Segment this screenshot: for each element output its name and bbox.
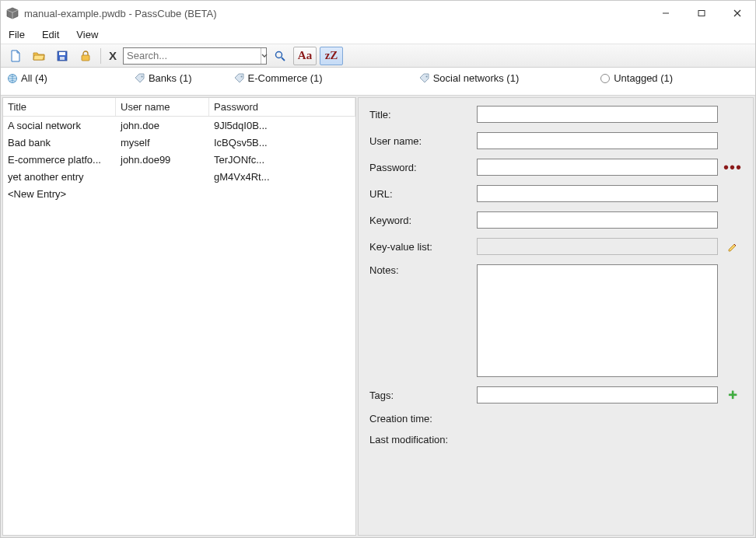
open-file-button[interactable] <box>29 47 49 65</box>
clear-search-button[interactable]: X <box>106 47 120 65</box>
cell-title: <New Entry> <box>3 186 116 202</box>
window-minimize-button[interactable] <box>648 1 684 26</box>
execute-search-button[interactable] <box>270 47 290 65</box>
label-kvl: Key-value list: <box>369 241 471 253</box>
url-field[interactable] <box>477 185 718 202</box>
cell-pwd: 9Jl5dqI0B... <box>209 117 355 134</box>
dots-icon: ••• <box>723 163 742 171</box>
menu-view[interactable]: View <box>73 27 101 42</box>
svg-rect-9 <box>82 55 89 61</box>
window-close-button[interactable] <box>719 1 755 26</box>
globe-icon <box>7 73 18 84</box>
label-notes: Notes: <box>369 264 471 276</box>
table-row[interactable]: E-commerce platfo... john.doe99 TerJONfc… <box>3 151 355 168</box>
menu-file[interactable]: File <box>5 27 28 42</box>
svg-point-13 <box>141 75 142 77</box>
app-icon <box>5 6 19 20</box>
pencil-icon <box>726 240 739 253</box>
search-dropdown-button[interactable] <box>261 48 268 64</box>
details-pane: Title: User name: Password: ••• URL: Key… <box>358 97 754 536</box>
filter-untagged[interactable]: Untagged (1) <box>598 71 684 87</box>
search-input[interactable] <box>124 48 261 64</box>
title-field[interactable] <box>477 106 718 123</box>
search-combobox[interactable] <box>123 47 267 65</box>
close-icon <box>733 9 741 17</box>
svg-rect-3 <box>698 11 705 16</box>
toolbar: X Aa zZ <box>1 44 755 68</box>
plus-icon: + <box>728 389 737 401</box>
filter-banks[interactable]: Banks (1) <box>133 71 203 87</box>
label-tags: Tags: <box>369 390 471 401</box>
table-row[interactable]: yet another entry gM4Vx4Rt... <box>3 168 355 185</box>
svg-rect-8 <box>60 57 65 60</box>
window-titlebar: manual-example.pwdb - PassCube (BETA) <box>1 1 755 26</box>
toolbar-separator <box>100 48 101 64</box>
kvlist-field[interactable] <box>477 238 718 255</box>
label-keyword: Keyword: <box>369 215 471 226</box>
case-sensitive-toggle[interactable]: Aa <box>293 47 317 65</box>
svg-point-15 <box>425 75 427 77</box>
svg-line-11 <box>282 58 285 61</box>
cell-title: Bad bank <box>3 134 116 151</box>
fuzzy-toggle[interactable]: zZ <box>320 47 343 65</box>
new-file-icon <box>9 50 22 62</box>
cell-pwd: IcBQsv5B... <box>209 134 355 151</box>
svg-rect-7 <box>59 52 65 55</box>
circle-outline-icon <box>600 73 611 84</box>
label-url: URL: <box>369 188 471 200</box>
cell-user: john.doe <box>116 117 209 134</box>
column-header-user[interactable]: User name <box>116 98 209 116</box>
label-title: Title: <box>369 109 471 121</box>
edit-kvlist-button[interactable] <box>724 240 741 253</box>
open-folder-icon <box>33 50 45 62</box>
chevron-down-icon <box>261 53 268 59</box>
maximize-icon <box>698 9 705 17</box>
filter-social-label: Social networks (1) <box>433 72 520 84</box>
cell-pwd: gM4Vx4Rt... <box>209 169 355 185</box>
entry-list-header: Title User name Password <box>3 98 355 117</box>
save-button[interactable] <box>52 47 72 65</box>
entry-list-body[interactable]: A social network john.doe 9Jl5dqI0B... B… <box>3 117 355 535</box>
filter-all[interactable]: All (4) <box>5 71 58 87</box>
svg-point-14 <box>240 75 242 77</box>
username-field[interactable] <box>477 132 718 149</box>
cell-title: yet another entry <box>3 169 116 185</box>
table-row-new[interactable]: <New Entry> <box>3 185 355 202</box>
notes-textarea[interactable] <box>477 264 718 377</box>
column-header-title[interactable]: Title <box>3 98 116 116</box>
table-row[interactable]: A social network john.doe 9Jl5dqI0B... <box>3 117 355 134</box>
svg-point-10 <box>276 51 282 58</box>
filter-ecom-label: E-Commerce (1) <box>248 72 323 84</box>
password-field[interactable] <box>477 159 718 176</box>
menu-edit[interactable]: Edit <box>39 27 62 42</box>
label-user: User name: <box>369 135 471 147</box>
lock-button[interactable] <box>75 47 96 65</box>
table-row[interactable]: Bad bank myself IcBQsv5B... <box>3 134 355 151</box>
minimize-icon <box>662 9 670 17</box>
reveal-password-button[interactable]: ••• <box>724 163 741 171</box>
filter-all-label: All (4) <box>21 72 47 84</box>
filter-social[interactable]: Social networks (1) <box>418 71 530 87</box>
label-password: Password: <box>369 162 471 173</box>
keyword-field[interactable] <box>477 211 718 229</box>
label-mtime: Last modification: <box>369 434 471 445</box>
svg-point-16 <box>601 74 610 82</box>
menubar: File Edit View <box>1 26 755 44</box>
window-title: manual-example.pwdb - PassCube (BETA) <box>24 8 217 19</box>
cell-title: A social network <box>3 117 116 134</box>
add-tag-button[interactable]: + <box>724 389 741 401</box>
column-header-pwd[interactable]: Password <box>209 98 355 116</box>
tags-field[interactable] <box>477 386 718 404</box>
new-file-button[interactable] <box>5 47 26 65</box>
cell-pwd: TerJONfc... <box>209 152 355 168</box>
main-split: Title User name Password A social networ… <box>1 96 755 537</box>
cell-user: john.doe99 <box>116 152 209 168</box>
filter-ecommerce[interactable]: E-Commerce (1) <box>233 71 334 87</box>
filter-bar: All (4) Banks (1) E-Commerce (1) Social … <box>1 68 755 96</box>
tag-icon <box>135 73 145 84</box>
cell-title: E-commerce platfo... <box>3 152 116 168</box>
search-icon <box>274 50 286 62</box>
save-icon <box>56 50 68 62</box>
tag-icon <box>234 73 245 84</box>
window-maximize-button[interactable] <box>684 1 719 26</box>
